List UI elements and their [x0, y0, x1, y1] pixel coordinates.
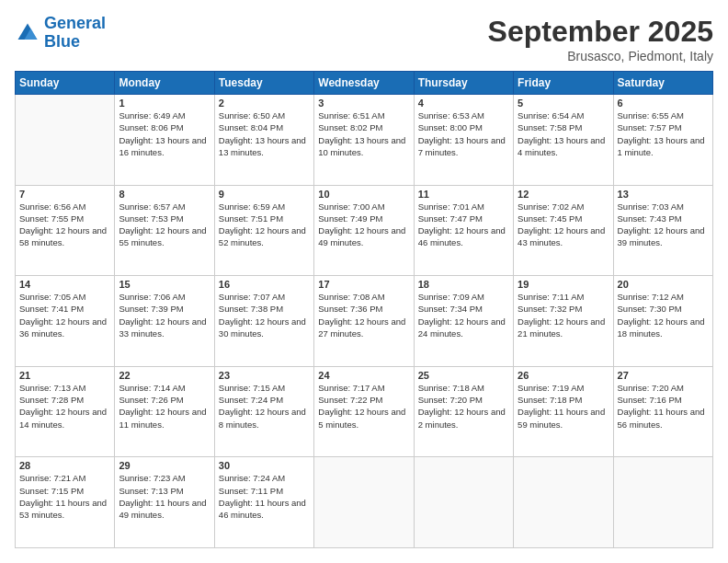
- sunset-text: Sunset: 7:53 PM: [119, 213, 210, 224]
- day-number: 7: [19, 189, 110, 200]
- sunrise-text: Sunrise: 6:55 AM: [618, 109, 709, 121]
- day-info: Sunrise: 7:11 AM Sunset: 7:32 PM Dayligh…: [518, 291, 609, 339]
- calendar-cell: 26 Sunrise: 7:19 AM Sunset: 7:18 PM Dayl…: [514, 366, 613, 457]
- day-info: Sunrise: 6:51 AM Sunset: 8:02 PM Dayligh…: [318, 109, 409, 158]
- sunrise-text: Sunrise: 7:12 AM: [618, 291, 709, 303]
- calendar-cell: 8 Sunrise: 6:57 AM Sunset: 7:53 PM Dayli…: [115, 185, 214, 276]
- calendar-cell: 21 Sunrise: 7:13 AM Sunset: 7:28 PM Dayl…: [16, 366, 115, 457]
- sunset-text: Sunset: 7:28 PM: [19, 394, 110, 406]
- daylight-text: Daylight: 13 hours and 4 minutes.: [518, 134, 609, 159]
- daylight-text: Daylight: 12 hours and 27 minutes.: [318, 316, 409, 340]
- day-info: Sunrise: 6:57 AM Sunset: 7:53 PM Dayligh…: [119, 201, 210, 249]
- sunrise-text: Sunrise: 7:05 AM: [19, 291, 110, 303]
- calendar-cell: 5 Sunrise: 6:54 AM Sunset: 7:58 PM Dayli…: [514, 95, 613, 186]
- logo-general: General: [44, 14, 106, 32]
- sunrise-text: Sunrise: 6:54 AM: [518, 109, 609, 121]
- daylight-text: Daylight: 12 hours and 49 minutes.: [318, 224, 409, 249]
- sunrise-text: Sunrise: 7:15 AM: [219, 382, 310, 394]
- day-info: Sunrise: 6:50 AM Sunset: 8:04 PM Dayligh…: [219, 109, 310, 158]
- day-number: 22: [119, 370, 210, 381]
- calendar-week-2: 7 Sunrise: 6:56 AM Sunset: 7:55 PM Dayli…: [16, 185, 713, 276]
- sunrise-text: Sunrise: 6:50 AM: [219, 109, 310, 121]
- day-info: Sunrise: 7:09 AM Sunset: 7:34 PM Dayligh…: [418, 291, 509, 339]
- daylight-text: Daylight: 12 hours and 55 minutes.: [119, 224, 210, 249]
- day-number: 8: [119, 189, 210, 200]
- sunset-text: Sunset: 7:45 PM: [518, 213, 609, 224]
- calendar-cell: [314, 457, 414, 548]
- day-number: 4: [418, 98, 509, 109]
- day-info: Sunrise: 7:01 AM Sunset: 7:47 PM Dayligh…: [418, 201, 509, 249]
- day-number: 21: [19, 370, 110, 381]
- daylight-text: Daylight: 12 hours and 58 minutes.: [19, 224, 110, 249]
- daylight-text: Daylight: 12 hours and 14 minutes.: [19, 406, 110, 431]
- weekday-header-monday: Monday: [115, 72, 214, 95]
- day-info: Sunrise: 7:06 AM Sunset: 7:39 PM Dayligh…: [119, 291, 210, 339]
- day-info: Sunrise: 7:13 AM Sunset: 7:28 PM Dayligh…: [19, 382, 110, 431]
- calendar-cell: 16 Sunrise: 7:07 AM Sunset: 7:38 PM Dayl…: [214, 276, 313, 367]
- page: General Blue September 2025 Brusasco, Pi…: [0, 0, 728, 563]
- day-number: 9: [219, 189, 310, 200]
- sunset-text: Sunset: 7:57 PM: [618, 121, 709, 133]
- day-info: Sunrise: 7:24 AM Sunset: 7:11 PM Dayligh…: [219, 472, 310, 521]
- month-title: September 2025: [488, 15, 713, 49]
- day-number: 6: [618, 98, 709, 109]
- calendar-week-5: 28 Sunrise: 7:21 AM Sunset: 7:15 PM Dayl…: [16, 457, 713, 548]
- sunrise-text: Sunrise: 7:21 AM: [19, 472, 110, 484]
- logo-text: General Blue: [44, 15, 106, 52]
- sunset-text: Sunset: 8:00 PM: [418, 121, 509, 133]
- day-number: 13: [618, 189, 709, 200]
- day-number: 29: [119, 460, 210, 471]
- day-number: 19: [518, 279, 609, 290]
- sunrise-text: Sunrise: 6:57 AM: [119, 201, 210, 213]
- sunset-text: Sunset: 7:13 PM: [119, 485, 210, 497]
- day-info: Sunrise: 7:14 AM Sunset: 7:26 PM Dayligh…: [119, 382, 210, 431]
- calendar-week-4: 21 Sunrise: 7:13 AM Sunset: 7:28 PM Dayl…: [16, 366, 713, 457]
- sunrise-text: Sunrise: 7:11 AM: [518, 291, 609, 303]
- calendar-cell: 30 Sunrise: 7:24 AM Sunset: 7:11 PM Dayl…: [214, 457, 313, 548]
- sunrise-text: Sunrise: 7:14 AM: [119, 382, 210, 394]
- sunset-text: Sunset: 7:39 PM: [119, 303, 210, 315]
- daylight-text: Daylight: 12 hours and 2 minutes.: [418, 406, 509, 431]
- sunrise-text: Sunrise: 7:06 AM: [119, 291, 210, 303]
- day-number: 10: [318, 189, 409, 200]
- calendar-cell: 6 Sunrise: 6:55 AM Sunset: 7:57 PM Dayli…: [613, 95, 712, 186]
- daylight-text: Daylight: 11 hours and 53 minutes.: [19, 497, 110, 522]
- sunset-text: Sunset: 7:43 PM: [618, 213, 709, 224]
- daylight-text: Daylight: 12 hours and 24 minutes.: [418, 316, 509, 340]
- sunrise-text: Sunrise: 7:07 AM: [219, 291, 310, 303]
- day-number: 15: [119, 279, 210, 290]
- weekday-header-row: SundayMondayTuesdayWednesdayThursdayFrid…: [16, 72, 713, 95]
- sunset-text: Sunset: 7:15 PM: [19, 485, 110, 497]
- calendar-cell: 23 Sunrise: 7:15 AM Sunset: 7:24 PM Dayl…: [214, 366, 313, 457]
- title-block: September 2025 Brusasco, Piedmont, Italy: [488, 15, 713, 63]
- day-number: 16: [219, 279, 310, 290]
- day-number: 20: [618, 279, 709, 290]
- calendar-cell: [16, 95, 115, 186]
- day-info: Sunrise: 7:19 AM Sunset: 7:18 PM Dayligh…: [518, 382, 609, 431]
- logo-blue: Blue: [44, 33, 106, 52]
- day-number: 17: [318, 279, 409, 290]
- day-number: 5: [518, 98, 609, 109]
- day-number: 18: [418, 279, 509, 290]
- day-info: Sunrise: 7:08 AM Sunset: 7:36 PM Dayligh…: [318, 291, 409, 339]
- sunrise-text: Sunrise: 7:20 AM: [618, 382, 709, 394]
- calendar-cell: 22 Sunrise: 7:14 AM Sunset: 7:26 PM Dayl…: [115, 366, 214, 457]
- calendar-table: SundayMondayTuesdayWednesdayThursdayFrid…: [15, 71, 713, 548]
- daylight-text: Daylight: 12 hours and 52 minutes.: [219, 224, 310, 249]
- logo-icon: [15, 20, 40, 46]
- weekday-header-friday: Friday: [514, 72, 613, 95]
- day-number: 30: [219, 460, 310, 471]
- day-info: Sunrise: 7:21 AM Sunset: 7:15 PM Dayligh…: [19, 472, 110, 521]
- day-info: Sunrise: 7:02 AM Sunset: 7:45 PM Dayligh…: [518, 201, 609, 249]
- daylight-text: Daylight: 11 hours and 49 minutes.: [119, 497, 210, 522]
- calendar-cell: 15 Sunrise: 7:06 AM Sunset: 7:39 PM Dayl…: [115, 276, 214, 367]
- day-info: Sunrise: 7:03 AM Sunset: 7:43 PM Dayligh…: [618, 201, 709, 249]
- day-number: 25: [418, 370, 509, 381]
- day-info: Sunrise: 6:49 AM Sunset: 8:06 PM Dayligh…: [119, 109, 210, 158]
- sunset-text: Sunset: 7:26 PM: [119, 394, 210, 406]
- sunset-text: Sunset: 7:24 PM: [219, 394, 310, 406]
- weekday-header-thursday: Thursday: [414, 72, 513, 95]
- sunset-text: Sunset: 8:04 PM: [219, 121, 310, 133]
- day-number: 28: [19, 460, 110, 471]
- calendar-cell: 19 Sunrise: 7:11 AM Sunset: 7:32 PM Dayl…: [514, 276, 613, 367]
